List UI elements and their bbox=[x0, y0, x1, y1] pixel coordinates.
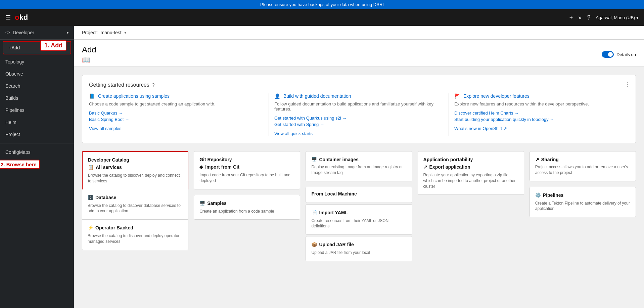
page-header-right: Details on bbox=[602, 51, 636, 58]
sharing-desc: Project access allows you to add or remo… bbox=[535, 164, 630, 176]
gs-view-all-samples[interactable]: View all samples bbox=[89, 126, 263, 131]
from-local-machine-section: From Local Machine bbox=[306, 187, 412, 203]
annotation-browse: 2. Browse here bbox=[0, 160, 40, 169]
page-icon: 📖 bbox=[82, 56, 96, 64]
header-right: + » ? Agarwal, Manu (UB) ▾ bbox=[569, 14, 639, 21]
operator-backed-title: ⚡ Operator Backed bbox=[88, 225, 183, 230]
gs-link-samples[interactable]: 📘 Create applications using samples bbox=[89, 93, 263, 99]
search-label: Search bbox=[5, 83, 20, 89]
git-section-title: Git Repository bbox=[199, 157, 294, 162]
pipelines-desc: Create a Tekton Pipeline to automate del… bbox=[535, 201, 630, 212]
gs-quarkus-link[interactable]: Basic Quarkus → bbox=[89, 111, 263, 116]
samples-card-icon: 🖥️ bbox=[199, 201, 205, 206]
sidebar-item-helm[interactable]: Helm bbox=[0, 116, 74, 128]
gs-section-docs: 👤 Build with guided documentation Follow… bbox=[269, 93, 449, 136]
export-icon: ↗ bbox=[423, 164, 427, 170]
sharing-icon: ↗ bbox=[535, 157, 539, 162]
operator-backed-card[interactable]: ⚡ Operator Backed Browse the catalog to … bbox=[82, 220, 188, 250]
git-repository-column: Git Repository ◆ Import from Git Import … bbox=[194, 151, 300, 261]
helm-label: Helm bbox=[5, 120, 16, 125]
help-icon[interactable]: ? bbox=[587, 14, 590, 21]
gs-desc-docs: Follow guided documentation to build app… bbox=[274, 101, 443, 112]
project-label-text: Project: bbox=[82, 30, 98, 35]
gs-link-features[interactable]: 🚩 Explore new developer features bbox=[454, 93, 624, 99]
samples-card-desc: Create an application from a code sample bbox=[199, 209, 294, 214]
gs-spring-start-link[interactable]: Get started with Spring → bbox=[274, 122, 443, 127]
sidebar-item-secrets[interactable]: Secrets 2. Browse here bbox=[0, 158, 74, 170]
container-images-column: 🖥️ Container images Deploy an existing I… bbox=[306, 151, 412, 261]
app-portability-card[interactable]: Application portability ↗ Export applica… bbox=[418, 151, 524, 195]
gs-section-samples: 📘 Create applications using samples Choo… bbox=[89, 93, 269, 136]
upload-jar-desc: Upload a JAR file from your local bbox=[311, 250, 406, 256]
sidebar-item-search[interactable]: Search bbox=[0, 80, 74, 92]
container-images-card[interactable]: 🖥️ Container images Deploy an existing I… bbox=[306, 151, 412, 181]
gs-quarkus-s2i-link[interactable]: Get started with Quarkus using s2i → bbox=[274, 116, 443, 121]
add-icon[interactable]: + bbox=[569, 14, 573, 21]
context-arrow: ▾ bbox=[67, 31, 68, 35]
sidebar-item-pipelines[interactable]: Pipelines bbox=[0, 104, 74, 116]
help-circle-icon[interactable]: ? bbox=[152, 82, 155, 88]
gs-topology-link[interactable]: Start building your application quickly … bbox=[454, 117, 624, 122]
sidebar-item-topology[interactable]: Topology bbox=[0, 56, 74, 68]
database-card[interactable]: 🗄️ Database Browse the catalog to discov… bbox=[82, 189, 188, 220]
import-yaml-card[interactable]: 📄 Import YAML Create resources from thei… bbox=[306, 204, 412, 235]
sidebar-item-observe[interactable]: Observe bbox=[0, 68, 74, 80]
page-header: Add 📖 Details on bbox=[74, 40, 644, 67]
upload-jar-title: 📦 Upload JAR file bbox=[311, 242, 406, 247]
samples-card[interactable]: 🖥️ Samples Create an application from a … bbox=[194, 195, 300, 220]
sharing-section-title: ↗ Sharing bbox=[535, 157, 630, 162]
all-services-card[interactable]: Developer Catalog 📋 All services Browse … bbox=[82, 151, 188, 189]
jar-icon: 📦 bbox=[311, 242, 317, 247]
terminal-icon[interactable]: » bbox=[578, 14, 582, 21]
banner-text: Please ensure you have backups of your d… bbox=[260, 2, 384, 7]
database-title: 🗄️ Database bbox=[88, 195, 183, 200]
database-icon: 🗄️ bbox=[88, 195, 93, 200]
context-switcher[interactable]: <> Developer ▾ bbox=[0, 26, 74, 40]
upload-jar-card[interactable]: 📦 Upload JAR file Upload a JAR file from… bbox=[306, 236, 412, 261]
sidebar-divider bbox=[0, 143, 74, 143]
export-app-desc: Replicate your application by exporting … bbox=[423, 172, 518, 189]
project-name: manu-test bbox=[100, 30, 121, 35]
card-menu-icon[interactable]: ⋮ bbox=[624, 81, 630, 88]
import-from-git-card[interactable]: Git Repository ◆ Import from Git Import … bbox=[194, 151, 300, 189]
details-toggle[interactable] bbox=[602, 51, 614, 58]
gs-helm-link[interactable]: Discover certified Helm Charts → bbox=[454, 111, 624, 116]
hamburger-icon[interactable]: ☰ bbox=[5, 14, 11, 21]
sidebar-item-project[interactable]: Project bbox=[0, 128, 74, 140]
container-section-title: 🖥️ Container images bbox=[311, 157, 406, 162]
getting-started-grid: 📘 Create applications using samples Choo… bbox=[89, 93, 629, 136]
sidebar-item-add[interactable]: +Add 1. Add bbox=[3, 41, 71, 54]
import-yaml-title: 📄 Import YAML bbox=[311, 210, 406, 215]
all-services-title: 📋 All services bbox=[88, 165, 182, 170]
sidebar-item-builds[interactable]: Builds bbox=[0, 92, 74, 104]
pipelines-icon: ⚙️ bbox=[535, 192, 541, 198]
gs-view-all-quickstarts[interactable]: View all quick starts bbox=[274, 131, 443, 136]
dev-catalog-section-label: Developer Catalog bbox=[88, 157, 129, 163]
import-git-title: ◆ Import from Git bbox=[199, 164, 294, 170]
operator-icon: ⚡ bbox=[88, 225, 93, 230]
project-dropdown-icon[interactable]: ▾ bbox=[124, 30, 126, 35]
portability-section-title: Application portability bbox=[423, 157, 518, 162]
gs-spring-link[interactable]: Basic Spring Boot → bbox=[89, 117, 263, 122]
logo: okd bbox=[15, 13, 28, 22]
app-portability-column: Application portability ↗ Export applica… bbox=[418, 151, 524, 261]
gs-section-features: 🚩 Explore new developer features Explore… bbox=[449, 93, 629, 136]
user-menu[interactable]: Agarwal, Manu (UB) ▾ bbox=[596, 15, 639, 20]
add-label: +Add bbox=[9, 45, 20, 50]
all-services-desc: Browse the catalog to discover, deploy a… bbox=[88, 173, 182, 184]
builds-label: Builds bbox=[5, 95, 18, 101]
getting-started-card: Getting started resources ? ⋮ 📘 Create a… bbox=[82, 75, 636, 143]
import-git-desc: Import code from your Git repository to … bbox=[199, 172, 294, 184]
sharing-card[interactable]: ↗ Sharing Project access allows you to a… bbox=[530, 151, 636, 181]
developer-catalog-section-title: Developer Catalog bbox=[88, 157, 182, 163]
observe-label: Observe bbox=[5, 71, 23, 77]
gs-whats-new-link[interactable]: What's new in OpenShift ↗ bbox=[454, 126, 624, 131]
database-desc: Browse the catalog to discover database … bbox=[88, 203, 183, 214]
sidebar: <> Developer ▾ +Add 1. Add Topology Obse… bbox=[0, 26, 74, 308]
samples-icon: 📘 bbox=[89, 93, 95, 99]
logo-o: o bbox=[15, 13, 19, 21]
gs-link-docs[interactable]: 👤 Build with guided documentation bbox=[274, 93, 443, 99]
sidebar-item-configmaps[interactable]: ConfigMaps bbox=[0, 146, 74, 158]
pipelines-label: Pipelines bbox=[5, 107, 25, 113]
pipelines-card[interactable]: ⚙️ Pipelines Create a Tekton Pipeline to… bbox=[530, 187, 636, 218]
